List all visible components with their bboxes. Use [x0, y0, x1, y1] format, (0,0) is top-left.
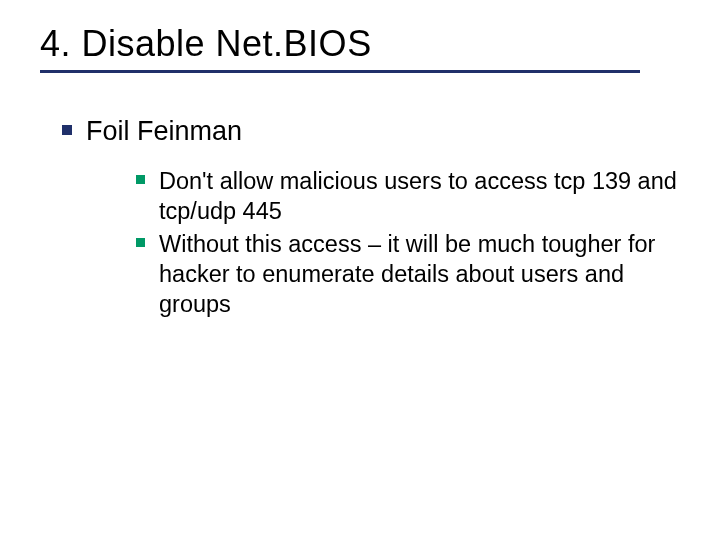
list-item: Foil Feinman — [62, 115, 680, 149]
square-bullet-icon — [62, 125, 72, 135]
bullet-list-level2: Don't allow malicious users to access tc… — [136, 166, 680, 318]
title-underline — [40, 70, 640, 73]
list-item: Don't allow malicious users to access tc… — [136, 166, 680, 226]
list-item: Without this access – it will be much to… — [136, 229, 680, 319]
list-item-text: Don't allow malicious users to access tc… — [159, 166, 679, 226]
list-item-text: Without this access – it will be much to… — [159, 229, 679, 319]
bullet-list-level1: Foil Feinman — [62, 115, 680, 149]
slide: 4. Disable Net.BIOS Foil Feinman Don't a… — [0, 0, 720, 540]
list-item-text: Foil Feinman — [86, 115, 242, 149]
square-bullet-icon — [136, 175, 145, 184]
square-bullet-icon — [136, 238, 145, 247]
slide-title: 4. Disable Net.BIOS — [40, 24, 680, 64]
